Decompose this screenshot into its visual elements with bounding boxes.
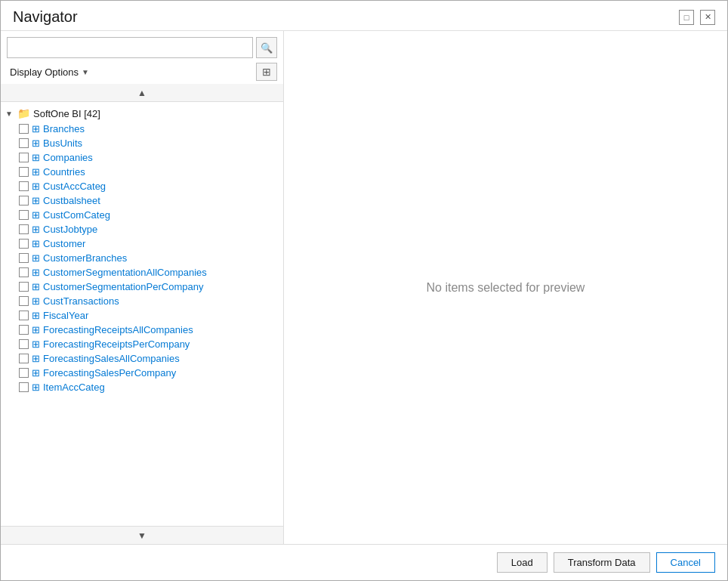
item-label: ForecastingSalesPerCompany (43, 367, 176, 379)
scroll-up-button[interactable]: ▲ (1, 84, 283, 102)
window-controls: □ ✕ (679, 10, 715, 25)
tree-root[interactable]: ▼ 📁 SoftOne BI [42] (1, 105, 283, 122)
item-checkbox[interactable] (19, 282, 29, 292)
table-icon: ⊞ (32, 195, 40, 206)
list-item[interactable]: ⊞ CustJobtype (1, 222, 283, 236)
item-label: Customer (43, 238, 85, 249)
table-icon: ⊞ (32, 123, 40, 134)
window-title: Navigator (13, 8, 78, 26)
list-item[interactable]: ⊞ Countries (1, 165, 283, 179)
table-icon: ⊞ (32, 295, 40, 307)
list-item[interactable]: ⊞ ForecastingReceiptsAllCompanies (1, 323, 283, 337)
scroll-down-button[interactable]: ▼ (1, 526, 283, 544)
item-label: CustComCateg (43, 209, 110, 221)
list-item[interactable]: ⊞ Companies (1, 150, 283, 165)
item-label: Branches (43, 123, 85, 134)
list-item[interactable]: ⊞ CustAccCateg (1, 179, 283, 193)
item-label: CustTransactions (43, 295, 119, 307)
table-icon: ⊞ (32, 138, 40, 149)
item-checkbox[interactable] (19, 253, 29, 263)
item-label: Custbalsheet (43, 195, 100, 206)
item-checkbox[interactable] (19, 124, 29, 134)
list-item[interactable]: ⊞ CustomerSegmentationPerCompany (1, 280, 283, 294)
view-toggle-button[interactable]: ⊞ (256, 63, 277, 81)
table-icon: ⊞ (32, 181, 40, 192)
close-button[interactable]: ✕ (700, 10, 715, 25)
cancel-button[interactable]: Cancel (656, 552, 715, 573)
list-item[interactable]: ⊞ ItemAccCateg (1, 380, 283, 394)
load-button[interactable]: Load (497, 552, 548, 573)
table-icon: ⊞ (32, 324, 40, 335)
list-item[interactable]: ⊞ Branches (1, 122, 283, 136)
footer: Load Transform Data Cancel (1, 544, 727, 580)
item-label: BusUnits (43, 138, 82, 149)
title-bar: Navigator □ ✕ (1, 1, 727, 31)
item-checkbox[interactable] (19, 181, 29, 191)
table-icon: ⊞ (32, 353, 40, 364)
item-label: ItemAccCateg (43, 382, 105, 393)
collapse-arrow-icon: ▼ (5, 110, 14, 118)
chevron-down-icon: ▼ (137, 530, 147, 541)
list-item[interactable]: ⊞ FiscalYear (1, 308, 283, 323)
display-options-bar: Display Options ▼ ⊞ (1, 58, 283, 84)
item-checkbox[interactable] (19, 311, 29, 320)
list-item[interactable]: ⊞ ForecastingSalesAllCompanies (1, 351, 283, 366)
navigator-window: Navigator □ ✕ 🔍 Display Options ▼ (0, 0, 728, 581)
table-icon: ⊞ (32, 209, 40, 221)
table-icon: ⊞ (32, 238, 40, 249)
folder-icon: 📁 (17, 107, 30, 119)
search-bar: 🔍 (1, 31, 283, 58)
tree-area[interactable]: ▼ 📁 SoftOne BI [42] ⊞ Branches ⊞ BusUnit… (1, 102, 283, 526)
item-checkbox[interactable] (19, 325, 29, 335)
list-item[interactable]: ⊞ CustomerSegmentationAllCompanies (1, 265, 283, 280)
item-label: CustomerSegmentationPerCompany (43, 281, 203, 292)
list-item[interactable]: ⊞ Customer (1, 236, 283, 251)
content-area: 🔍 Display Options ▼ ⊞ ▲ (1, 31, 727, 544)
list-item[interactable]: ⊞ Custbalsheet (1, 193, 283, 208)
item-label: CustAccCateg (43, 181, 106, 192)
preview-empty-text: No items selected for preview (427, 281, 585, 295)
item-checkbox[interactable] (19, 138, 29, 148)
table-icon: ⊞ (32, 224, 40, 235)
item-checkbox[interactable] (19, 196, 29, 206)
table-icon: ⊞ (32, 281, 40, 292)
table-icon: ⊞ (32, 338, 40, 350)
item-checkbox[interactable] (19, 224, 29, 234)
maximize-button[interactable]: □ (679, 10, 694, 25)
item-checkbox[interactable] (19, 239, 29, 249)
item-checkbox[interactable] (19, 296, 29, 306)
item-label: Companies (43, 152, 93, 163)
preview-panel: No items selected for preview (284, 31, 727, 544)
chevron-up-icon: ▲ (137, 88, 147, 98)
view-toggle-icon: ⊞ (262, 66, 271, 78)
item-checkbox[interactable] (19, 210, 29, 220)
item-checkbox[interactable] (19, 339, 29, 349)
item-label: ForecastingSalesAllCompanies (43, 353, 180, 364)
item-checkbox[interactable] (19, 167, 29, 177)
list-item[interactable]: ⊞ CustomerBranches (1, 251, 283, 265)
item-checkbox[interactable] (19, 354, 29, 363)
search-button[interactable]: 🔍 (256, 37, 277, 58)
display-options-button[interactable]: Display Options ▼ (7, 65, 92, 79)
item-label: CustJobtype (43, 224, 97, 235)
list-item[interactable]: ⊞ ForecastingReceiptsPerCompany (1, 337, 283, 351)
table-icon: ⊞ (32, 252, 40, 264)
table-icon: ⊞ (32, 267, 40, 278)
list-item[interactable]: ⊞ ForecastingSalesPerCompany (1, 366, 283, 380)
item-checkbox[interactable] (19, 267, 29, 277)
table-icon: ⊞ (32, 310, 40, 321)
item-label: CustomerSegmentationAllCompanies (43, 267, 207, 278)
item-label: Countries (43, 166, 85, 178)
list-item[interactable]: ⊞ BusUnits (1, 136, 283, 150)
table-icon: ⊞ (32, 166, 40, 178)
item-checkbox[interactable] (19, 382, 29, 392)
item-checkbox[interactable] (19, 153, 29, 162)
item-checkbox[interactable] (19, 368, 29, 378)
list-item[interactable]: ⊞ CustComCateg (1, 208, 283, 222)
list-item[interactable]: ⊞ CustTransactions (1, 294, 283, 308)
display-options-arrow-icon: ▼ (82, 68, 89, 76)
search-input[interactable] (7, 37, 253, 58)
left-panel: 🔍 Display Options ▼ ⊞ ▲ (1, 31, 284, 544)
display-options-label: Display Options (10, 66, 79, 78)
transform-data-button[interactable]: Transform Data (554, 552, 650, 573)
